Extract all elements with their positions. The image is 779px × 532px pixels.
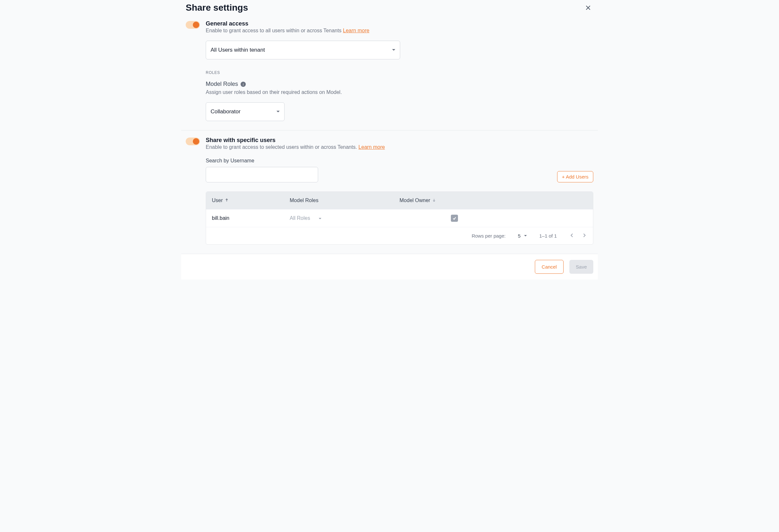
chevron-down-icon [392,49,396,51]
close-icon [585,4,591,11]
column-model-owner[interactable]: Model Owner [400,198,509,203]
table-footer: Rows per page: 5 1–1 of 1 [206,227,593,244]
cancel-button[interactable]: Cancel [535,260,563,274]
table-head: User Model Roles Model Owner [206,192,593,209]
column-user[interactable]: User [212,198,290,203]
specific-users-desc: Enable to grant access to selected users… [206,144,593,150]
add-users-button[interactable]: + Add Users [557,171,593,182]
general-access-section: General access Enable to grant access to… [181,14,598,130]
next-page-button[interactable] [581,232,587,240]
general-access-learn-more[interactable]: Learn more [343,28,369,33]
specific-users-learn-more[interactable]: Learn more [359,144,385,150]
model-role-select[interactable]: Collaborator [206,102,285,121]
table-row: bill.bain All Roles [206,209,593,227]
rows-per-page-label: Rows per page: [472,233,505,239]
rows-per-page-select[interactable]: 5 [518,233,527,239]
chevron-left-icon [571,233,574,238]
save-button[interactable]: Save [570,260,593,274]
info-icon[interactable]: i [241,82,246,87]
cell-role-select[interactable]: All Roles [290,215,400,221]
general-access-scope-select[interactable]: All Users within tenant [206,41,400,59]
close-button[interactable] [583,3,593,14]
prev-page-button[interactable] [569,232,575,240]
cell-user: bill.bain [212,215,290,221]
dialog-title: Share settings [186,3,248,13]
users-table: User Model Roles Model Owner [206,191,593,245]
chevron-down-icon [524,235,527,237]
search-username-input[interactable] [206,167,318,182]
specific-users-section: Share with specific users Enable to gran… [181,130,598,254]
sort-asc-icon [225,198,229,203]
general-access-title: General access [206,20,593,27]
check-icon [452,216,457,220]
dialog-header: Share settings [181,0,598,14]
column-model-roles[interactable]: Model Roles [290,198,400,203]
model-roles-desc: Assign user roles based on their require… [206,89,593,95]
general-access-toggle[interactable] [186,21,200,29]
share-settings-dialog: Share settings General access Enable to … [181,0,598,279]
model-roles-title: Model Roles [206,81,238,87]
specific-users-toggle[interactable] [186,137,200,145]
chevron-down-icon [276,111,280,113]
specific-users-title: Share with specific users [206,137,593,144]
search-label: Search by Username [206,158,318,164]
chevron-right-icon [583,233,586,238]
pagination-range: 1–1 of 1 [539,233,557,239]
dialog-footer: Cancel Save [181,254,598,279]
sort-desc-icon [432,198,436,203]
roles-subheading: ROLES [206,70,593,75]
model-owner-checkbox[interactable] [451,215,458,222]
chevron-down-icon [318,215,322,221]
general-access-desc: Enable to grant access to all users with… [206,28,593,34]
